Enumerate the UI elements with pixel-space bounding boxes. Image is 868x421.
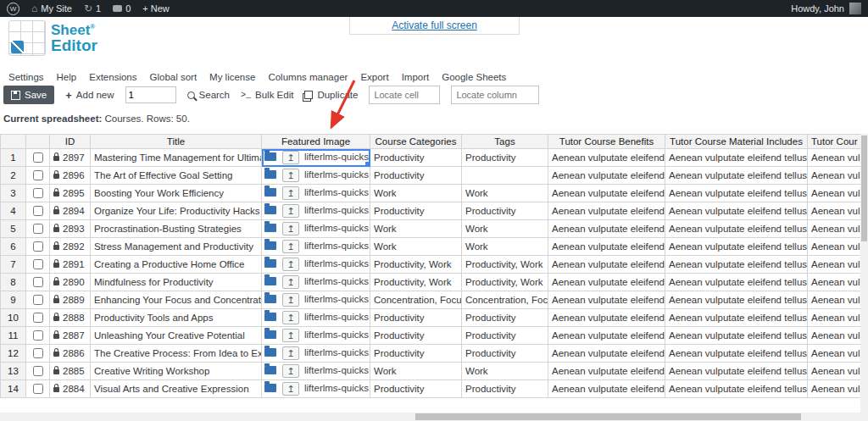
title-cell[interactable]: Unleashing Your Creative Potential	[91, 327, 262, 345]
id-cell[interactable]: 2896	[50, 167, 91, 185]
menu-item-columns-manager[interactable]: Columns manager	[268, 72, 348, 82]
title-cell[interactable]: Mastering Time Management for Ultimate P…	[91, 149, 262, 167]
bulk-edit-button[interactable]: >_ Bulk Edit	[241, 90, 293, 100]
course-categories-cell[interactable]: Productivity	[370, 345, 462, 363]
updates-link[interactable]: ↻ 1	[84, 3, 101, 14]
title-cell[interactable]: Productivity Tools and Apps	[91, 309, 262, 327]
row-checkbox[interactable]	[33, 313, 43, 323]
menu-item-extensions[interactable]: Extensions	[89, 72, 136, 82]
row-checkbox[interactable]	[33, 206, 43, 216]
tags-cell[interactable]: Concentration, Focu...	[462, 291, 548, 309]
tutor-benefits-cell[interactable]: Aenean vulputate eleifend tel...	[548, 149, 665, 167]
tutor-materials-cell[interactable]: Aenean vulputate eleifend tellus Susp...	[665, 327, 808, 345]
id-cell[interactable]: 2890	[50, 274, 91, 291]
tutor-materials-cell[interactable]: Aenean vulputate eleifend tellus Susp...	[665, 238, 808, 256]
column-header-tutor-extra[interactable]: Tutor Cour	[808, 135, 861, 149]
title-cell[interactable]: Mindfulness for Productivity	[91, 274, 262, 291]
upload-image-button[interactable]: ↥	[282, 169, 299, 182]
featured-image-cell[interactable]: ↥lifterlms-quicks...	[262, 274, 370, 291]
title-cell[interactable]: Organize Your Life: Productivity Hacks	[91, 202, 262, 220]
course-categories-cell[interactable]: Productivity	[370, 327, 462, 345]
id-cell[interactable]: 2885	[50, 363, 91, 380]
row-number[interactable]: 10	[1, 309, 26, 327]
checkbox-column-header[interactable]	[26, 135, 50, 149]
featured-image-cell[interactable]: ↥lifterlms-quicks...	[262, 220, 370, 238]
row-checkbox[interactable]	[33, 152, 43, 163]
featured-image-cell[interactable]: ↥lifterlms-quicks...	[262, 202, 370, 220]
course-categories-cell[interactable]: Productivity	[370, 202, 462, 220]
menu-item-my-license[interactable]: My license	[209, 72, 255, 82]
id-cell[interactable]: 2886	[50, 345, 91, 363]
column-header-id[interactable]: ID	[50, 135, 91, 149]
menu-item-help[interactable]: Help	[57, 72, 77, 82]
vertical-scrollbar[interactable]	[860, 134, 868, 421]
row-checkbox[interactable]	[33, 295, 43, 305]
title-cell[interactable]: Boosting Your Work Efficiency	[91, 185, 262, 202]
upload-image-button[interactable]: ↥	[282, 346, 299, 360]
row-checkbox[interactable]	[33, 241, 43, 252]
my-site-link[interactable]: ⌂ My Site	[31, 3, 72, 14]
horizontal-scrollbar[interactable]	[0, 413, 860, 421]
course-categories-cell[interactable]: Productivity	[370, 309, 462, 327]
column-header-tutor-benefits[interactable]: Tutor Course Benefits	[548, 135, 665, 149]
row-number[interactable]: 8	[1, 274, 26, 291]
tags-cell[interactable]: Productivity	[462, 309, 548, 327]
tags-cell[interactable]: Work	[462, 185, 548, 202]
add-new-button[interactable]: + Add new	[65, 89, 114, 102]
featured-image-cell[interactable]: ↥lifterlms-quicks...	[262, 256, 370, 274]
locate-column-input[interactable]	[451, 86, 539, 104]
upload-image-button[interactable]: ↥	[282, 364, 299, 378]
tutor-extra-cell[interactable]: Aenean vulputa...	[808, 345, 861, 363]
menu-item-settings[interactable]: Settings	[8, 72, 44, 82]
tutor-benefits-cell[interactable]: Aenean vulputate eleifend tel...	[548, 345, 665, 363]
id-cell[interactable]: 2889	[50, 291, 91, 309]
tags-cell[interactable]: Productivity	[462, 327, 548, 345]
tutor-materials-cell[interactable]: Aenean vulputate eleifend tellus Susp...	[665, 202, 808, 220]
id-cell[interactable]: 2897	[50, 149, 91, 167]
tutor-benefits-cell[interactable]: Aenean vulputate eleifend tel...	[548, 238, 665, 256]
row-checkbox[interactable]	[33, 188, 43, 198]
tutor-extra-cell[interactable]: Aenean vulputa...	[808, 309, 861, 327]
wp-logo-menu[interactable]: W	[7, 3, 19, 15]
horizontal-scrollbar-thumb[interactable]	[415, 413, 801, 420]
menu-item-import[interactable]: Import	[402, 72, 430, 82]
howdy-account-link[interactable]: Howdy, John	[791, 3, 844, 14]
tutor-benefits-cell[interactable]: Aenean vulputate eleifend tel...	[548, 202, 665, 220]
id-cell[interactable]: 2888	[50, 309, 91, 327]
tags-cell[interactable]: Productivity, Work	[462, 274, 548, 291]
tutor-extra-cell[interactable]: Aenean vulputa...	[808, 220, 861, 238]
tutor-extra-cell[interactable]: Aenean vulputa...	[808, 202, 861, 220]
tutor-benefits-cell[interactable]: Aenean vulputate eleifend tel...	[548, 256, 665, 274]
course-categories-cell[interactable]: Productivity	[370, 380, 462, 398]
tutor-materials-cell[interactable]: Aenean vulputate eleifend tellus Susp...	[665, 274, 808, 291]
featured-image-cell[interactable]: ↥lifterlms-quicks...	[262, 327, 370, 345]
tutor-benefits-cell[interactable]: Aenean vulputate eleifend tel...	[548, 220, 665, 238]
title-cell[interactable]: Enhancing Your Focus and Concentration	[91, 291, 262, 309]
featured-image-cell[interactable]: ↥lifterlms-quicks...	[262, 291, 370, 309]
column-header-featured-image[interactable]: Featured Image	[262, 135, 370, 149]
tutor-extra-cell[interactable]: Aenean vulputa...	[808, 185, 861, 202]
course-categories-cell[interactable]: Productivity, Work	[370, 256, 462, 274]
tags-cell[interactable]: Productivity	[462, 202, 548, 220]
activate-fullscreen-link[interactable]: Activate full screen	[392, 19, 477, 31]
upload-image-button[interactable]: ↥	[282, 275, 299, 289]
tutor-materials-cell[interactable]: Aenean vulputate eleifend tellus Susp...	[665, 149, 808, 167]
id-cell[interactable]: 2892	[50, 238, 91, 256]
tags-cell[interactable]: Work	[462, 363, 548, 380]
row-checkbox[interactable]	[33, 330, 43, 341]
title-cell[interactable]: The Creative Process: From Idea to Execu…	[91, 345, 262, 363]
tutor-materials-cell[interactable]: Aenean vulputate eleifend tellus Susp...	[665, 220, 808, 238]
upload-image-button[interactable]: ↥	[282, 311, 299, 324]
tags-cell[interactable]: Productivity, Work	[462, 256, 548, 274]
tutor-extra-cell[interactable]: Aenean vulputa...	[808, 167, 861, 185]
tags-cell[interactable]	[462, 167, 548, 185]
column-header-title[interactable]: Title	[91, 135, 262, 149]
course-categories-cell[interactable]: Work	[370, 185, 462, 202]
search-button[interactable]: Search	[187, 90, 230, 100]
id-cell[interactable]: 2893	[50, 220, 91, 238]
tutor-extra-cell[interactable]: Aenean vulputa...	[808, 363, 861, 380]
title-cell[interactable]: The Art of Effective Goal Setting	[91, 167, 262, 185]
tutor-benefits-cell[interactable]: Aenean vulputate eleifend tel...	[548, 185, 665, 202]
tutor-extra-cell[interactable]: Aenean vulputa...	[808, 274, 861, 291]
menu-item-global-sort[interactable]: Global sort	[149, 72, 197, 82]
